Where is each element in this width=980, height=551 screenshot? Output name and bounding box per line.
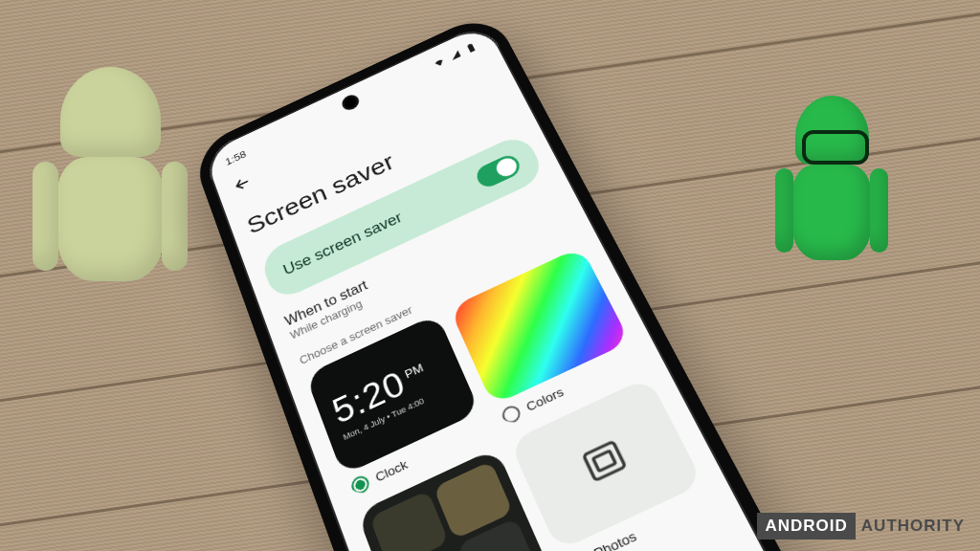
back-icon[interactable] <box>233 178 255 198</box>
svg-rect-0 <box>583 441 625 480</box>
colors-label: Colors <box>523 385 566 414</box>
photo-backdrop: 1:58 <box>0 0 980 551</box>
phone-device: 1:58 <box>189 10 828 551</box>
watermark: ANDROID AUTHORITY <box>757 513 970 540</box>
photos-icon <box>575 432 635 492</box>
watermark-right: AUTHORITY <box>856 513 970 540</box>
svg-rect-1 <box>592 451 615 471</box>
watermark-left: ANDROID <box>757 513 855 540</box>
clock-preview-ampm: PM <box>403 361 425 381</box>
clock-label: Clock <box>373 456 410 484</box>
phone-screen: 1:58 <box>202 21 810 551</box>
use-screen-saver-toggle[interactable] <box>474 152 523 190</box>
clock-radio[interactable] <box>349 474 372 497</box>
colors-radio[interactable] <box>500 403 523 426</box>
